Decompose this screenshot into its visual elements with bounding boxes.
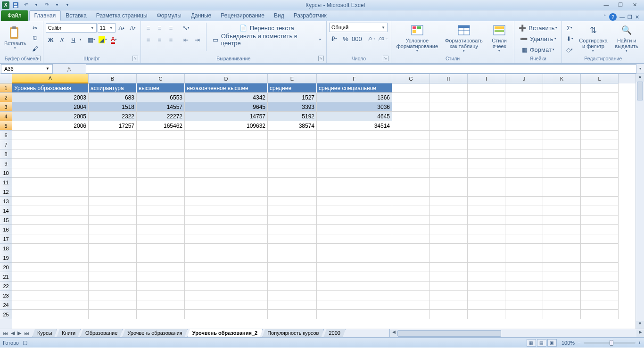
cell-K6[interactable] xyxy=(543,131,581,140)
cell-H12[interactable] xyxy=(430,187,468,197)
name-box[interactable]: A36▼ xyxy=(1,64,53,74)
font-color-button[interactable]: A▾ xyxy=(109,34,119,45)
cell-B21[interactable] xyxy=(89,272,137,282)
cell-L11[interactable] xyxy=(581,178,619,187)
cell-G5[interactable] xyxy=(392,121,430,131)
cell-J8[interactable] xyxy=(505,149,543,159)
cell-E9[interactable] xyxy=(268,159,317,168)
cell-J5[interactable] xyxy=(505,121,543,131)
cell-L17[interactable] xyxy=(581,234,619,244)
cell-E11[interactable] xyxy=(268,178,317,187)
cell-F13[interactable] xyxy=(317,197,392,206)
cell-G24[interactable] xyxy=(392,300,430,310)
cell-B4[interactable]: 2322 xyxy=(89,112,137,121)
cell-A8[interactable] xyxy=(12,149,89,159)
col-header-B[interactable]: B xyxy=(89,74,137,83)
col-header-E[interactable]: E xyxy=(268,74,317,83)
vertical-scrollbar[interactable]: ▲ ▼ xyxy=(636,74,644,329)
cell-J13[interactable] xyxy=(505,197,543,206)
ribbon-tab-0[interactable]: Главная xyxy=(29,10,61,21)
sheet-tab-0[interactable]: Курсы xyxy=(32,329,57,337)
formula-expand[interactable]: ▾ xyxy=(636,66,644,71)
align-center-button[interactable]: ≡ xyxy=(155,34,165,45)
row-header-19[interactable]: 19 xyxy=(0,253,12,263)
cell-E5[interactable]: 38574 xyxy=(268,121,317,131)
row-header-13[interactable]: 13 xyxy=(0,197,12,206)
maximize-button[interactable]: ❐ xyxy=(616,2,625,8)
zoom-level[interactable]: 100% xyxy=(561,340,575,346)
cell-C3[interactable]: 14557 xyxy=(137,102,185,112)
col-header-I[interactable]: I xyxy=(468,74,505,83)
cell-A18[interactable] xyxy=(12,244,89,253)
cell-J20[interactable] xyxy=(505,263,543,272)
cell-I20[interactable] xyxy=(468,263,505,272)
cell-I13[interactable] xyxy=(468,197,505,206)
zoom-in-button[interactable]: + xyxy=(638,340,641,346)
cell-K12[interactable] xyxy=(543,187,581,197)
cell-D17[interactable] xyxy=(185,234,268,244)
cell-H14[interactable] xyxy=(430,206,468,215)
cell-G16[interactable] xyxy=(392,225,430,234)
cell-H11[interactable] xyxy=(430,178,468,187)
cell-C10[interactable] xyxy=(137,168,185,178)
cell-B7[interactable] xyxy=(89,140,137,149)
cell-K10[interactable] xyxy=(543,168,581,178)
copy-button[interactable]: ⧉ xyxy=(30,33,41,43)
cell-D4[interactable]: 14757 xyxy=(185,112,268,121)
cell-A1[interactable]: Уровень образования xyxy=(12,83,89,93)
find-select-button[interactable]: 🔍 Найти и выделить▾ xyxy=(611,23,642,54)
sheet-next-icon[interactable]: ▶ xyxy=(17,330,22,336)
percent-button[interactable]: % xyxy=(340,33,351,44)
cell-G6[interactable] xyxy=(392,131,430,140)
cell-D5[interactable]: 109632 xyxy=(185,121,268,131)
cell-J16[interactable] xyxy=(505,225,543,234)
borders-button[interactable]: ▦▾ xyxy=(86,34,97,45)
cell-K5[interactable] xyxy=(543,121,581,131)
cell-E2[interactable]: 1527 xyxy=(268,93,317,102)
align-middle-button[interactable]: ≡ xyxy=(155,23,165,33)
insert-cells-button[interactable]: ➕ Вставить ▾ xyxy=(517,23,559,33)
cell-G2[interactable] xyxy=(392,93,430,102)
cell-A24[interactable] xyxy=(12,300,89,310)
align-left-button[interactable]: ≡ xyxy=(143,34,154,45)
cell-F24[interactable] xyxy=(317,300,392,310)
workbook-close-icon[interactable]: ✕ xyxy=(635,14,639,20)
format-as-table-button[interactable]: Форматировать как таблицу▾ xyxy=(443,23,485,54)
cell-B6[interactable] xyxy=(89,131,137,140)
cell-K15[interactable] xyxy=(543,215,581,225)
save-button[interactable] xyxy=(11,1,20,9)
cell-C14[interactable] xyxy=(137,206,185,215)
cell-D7[interactable] xyxy=(185,140,268,149)
sheet-prev-icon[interactable]: ◀ xyxy=(10,330,16,336)
row-header-24[interactable]: 24 xyxy=(0,300,12,310)
cell-H10[interactable] xyxy=(430,168,468,178)
cell-K22[interactable] xyxy=(543,282,581,291)
cell-C6[interactable] xyxy=(137,131,185,140)
cell-A11[interactable] xyxy=(12,178,89,187)
cell-D15[interactable] xyxy=(185,215,268,225)
cell-F14[interactable] xyxy=(317,206,392,215)
row-header-23[interactable]: 23 xyxy=(0,291,12,300)
cell-D12[interactable] xyxy=(185,187,268,197)
cell-J15[interactable] xyxy=(505,215,543,225)
minimize-button[interactable]: — xyxy=(602,2,611,8)
cell-F11[interactable] xyxy=(317,178,392,187)
cell-D8[interactable] xyxy=(185,149,268,159)
row-header-10[interactable]: 10 xyxy=(0,168,12,178)
cell-C19[interactable] xyxy=(137,253,185,263)
cell-I2[interactable] xyxy=(468,93,505,102)
cell-E7[interactable] xyxy=(268,140,317,149)
cell-B22[interactable] xyxy=(89,282,137,291)
cell-A25[interactable] xyxy=(12,310,89,319)
cell-B5[interactable]: 17257 xyxy=(89,121,137,131)
row-header-8[interactable]: 8 xyxy=(0,149,12,159)
cell-L7[interactable] xyxy=(581,140,619,149)
cell-G18[interactable] xyxy=(392,244,430,253)
italic-button[interactable]: К xyxy=(57,34,67,45)
cell-E1[interactable]: среднее xyxy=(268,83,317,93)
cell-B10[interactable] xyxy=(89,168,137,178)
cell-D13[interactable] xyxy=(185,197,268,206)
cell-B25[interactable] xyxy=(89,310,137,319)
cell-G21[interactable] xyxy=(392,272,430,282)
cell-G19[interactable] xyxy=(392,253,430,263)
